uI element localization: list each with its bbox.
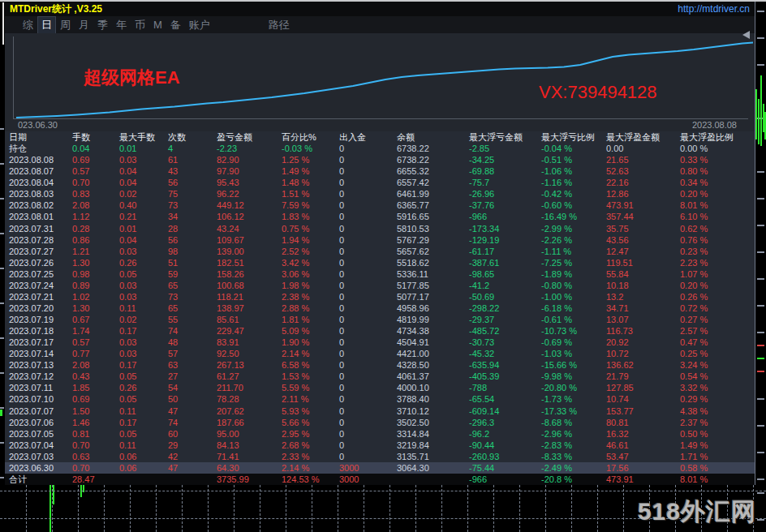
table-row[interactable]: 2023.08.011.120.2134106.121.83 %05916.65… — [5, 211, 755, 222]
menu-item[interactable]: 月 — [75, 17, 93, 33]
table-cell: 0.33 % — [680, 155, 747, 165]
table-row[interactable]: 2023.08.070.570.044397.901.49 %06655.32-… — [5, 165, 755, 177]
table-cell: 6365.77 — [397, 200, 469, 210]
table-cell: 0.06 — [119, 463, 168, 473]
table-cell: 0 — [339, 155, 397, 165]
table-cell: 0.27 % — [680, 315, 747, 324]
table-row[interactable]: 2023.08.030.830.027596.221.51 %06461.99-… — [5, 188, 755, 200]
table-cell: 0.17 — [119, 326, 168, 336]
table-row[interactable]: 2023.07.170.570.034883.911.90 %04504.91-… — [5, 337, 755, 348]
table-cell: 3.24 % — [680, 360, 747, 370]
grid-line — [467, 485, 468, 532]
table-cell: 0.70 — [72, 440, 119, 450]
table-cell: 2023.07.21 — [9, 292, 72, 302]
table-row[interactable]: 2023.07.211.020.0373118.212.38 %05077.17… — [5, 291, 755, 302]
table-cell: 2023.07.27 — [9, 247, 72, 256]
menu-item[interactable]: 季 — [94, 17, 111, 33]
scale-tick — [757, 37, 764, 39]
table-cell: 1.25 % — [282, 155, 339, 165]
table-header-row: 日期手数最大手数次数盈亏金额百分比%出入金余额最大浮亏金额最大浮亏比例最大浮盈金… — [5, 131, 755, 143]
table-cell: 0 — [339, 326, 397, 336]
table-cell: 2023.06.30 — [9, 463, 72, 473]
table-cell: 5336.11 — [397, 269, 469, 279]
menu-item[interactable]: 备 — [167, 17, 184, 33]
table-cell: 2023.08.03 — [9, 189, 72, 199]
table-cell: 0.69 — [72, 155, 119, 165]
table-row[interactable]: 2023.07.271.210.0398139.002.52 %05657.62… — [5, 246, 755, 257]
menu-item[interactable]: 账户 — [186, 17, 213, 33]
table-row[interactable]: 2023.07.100.690.055078.282.11 %03788.40-… — [5, 393, 755, 405]
table-row[interactable]: 合计28.473735.99124.53 %3000-966-20.8 %473… — [5, 474, 755, 485]
scale-tick — [0, 477, 4, 478]
table-cell: 0.23 % — [680, 247, 747, 256]
table-cell: 2023.07.04 — [9, 440, 72, 450]
vendor-url-link[interactable]: http://mtdriver.cn — [678, 3, 750, 15]
table-row[interactable]: 2023.07.201.300.1165138.972.88 %04958.96… — [5, 302, 755, 314]
table-cell: 4.38 % — [680, 406, 747, 416]
table-cell: 0.54 % — [680, 371, 747, 381]
menu-item[interactable]: 路径 — [265, 17, 293, 33]
table-row[interactable]: 2023.07.071.500.1147207.625.93 %03710.12… — [5, 405, 755, 417]
menu-item[interactable]: 币 — [131, 17, 148, 33]
column-header: 最大浮盈比例 — [680, 132, 747, 142]
table-cell: 83.91 — [217, 337, 282, 347]
table-cell: -29.37 — [469, 315, 541, 324]
table-row[interactable]: 2023.07.140.770.035792.502.14 %04421.00-… — [5, 348, 755, 359]
table-row[interactable]: 2023.07.132.080.1763267.136.58 %04328.50… — [5, 359, 755, 371]
table-row[interactable]: 2023.07.120.430.052761.271.53 %04061.37-… — [5, 371, 755, 382]
grid-line — [493, 485, 494, 532]
scale-tick — [757, 11, 764, 12]
menu-item[interactable]: M — [150, 18, 166, 32]
menu-item[interactable]: 周 — [57, 17, 74, 33]
table-row[interactable]: 2023.07.240.890.0365100.681.98 %05177.85… — [5, 280, 755, 291]
table-cell: -75.7 — [469, 178, 541, 187]
table-cell: 1.51 % — [282, 189, 339, 199]
table-cell: 82.90 — [217, 155, 282, 165]
table-row[interactable]: 2023.07.280.860.0456109.671.94 %05767.29… — [5, 234, 755, 246]
table-row[interactable]: 2023.06.300.700.064764.302.14 %30003064.… — [5, 462, 755, 474]
table-row[interactable]: 2023.08.040.700.045695.431.48 %06557.42-… — [5, 177, 755, 188]
table-cell: 95.43 — [217, 178, 282, 187]
grid-line — [364, 485, 364, 532]
table-row[interactable]: 2023.07.181.740.1774229.475.09 %04734.38… — [5, 325, 755, 337]
table-cell: 17.56 — [606, 463, 680, 473]
table-cell: 2023.08.02 — [9, 200, 72, 210]
table-row[interactable]: 2023.07.261.300.2651182.513.42 %05518.62… — [5, 257, 755, 268]
table-cell: 75 — [168, 189, 217, 199]
scale-tick — [757, 452, 764, 453]
table-cell: -387.61 — [469, 258, 541, 268]
chart-annotation-ea-name: 超级网格EA — [84, 66, 180, 90]
title-bar: MTDriver统计 ,V3.25 http://mtdriver.cn — [5, 2, 755, 16]
menu-item[interactable]: 年 — [113, 17, 130, 33]
table-cell: -2.26 % — [541, 235, 606, 245]
table-cell: 34.71 — [606, 303, 680, 313]
table-row[interactable]: 2023.07.310.280.012843.240.75 %05810.53-… — [5, 223, 755, 234]
table-cell: 56 — [168, 178, 217, 187]
table-cell: 47 — [168, 406, 217, 416]
table-row[interactable]: 2023.07.250.980.0559158.263.06 %05336.11… — [5, 268, 755, 280]
table-cell: 2.38 % — [282, 292, 339, 302]
column-header: 余额 — [397, 132, 469, 142]
table-row[interactable]: 2023.08.022.080.4073449.127.59 %06365.77… — [5, 200, 755, 211]
table-cell: 0.77 — [72, 349, 119, 358]
table-row[interactable]: 2023.07.111.850.2654211.705.59 %04000.10… — [5, 382, 755, 393]
table-cell: 2.57 % — [680, 326, 747, 336]
menu-item[interactable]: 综 — [19, 17, 37, 33]
table-row[interactable]: 2023.08.080.690.036182.901.25 %06738.22-… — [5, 154, 755, 165]
table-cell: 0.21 — [119, 212, 168, 221]
menu-item[interactable]: 日 — [38, 17, 55, 33]
table-row[interactable]: 2023.07.030.630.064271.412.33 %03135.71-… — [5, 451, 755, 462]
table-row[interactable]: 持仓0.040.014-2.23-0.03 %06738.22-2.85-0.0… — [5, 143, 755, 154]
table-cell: 5916.65 — [397, 212, 469, 221]
table-cell: 0 — [339, 292, 397, 302]
table-row[interactable]: 2023.07.190.670.025585.611.81 %04819.99-… — [5, 314, 755, 325]
table-row[interactable]: 2023.07.050.810.056095.002.95 %03314.84-… — [5, 428, 755, 440]
table-cell: 2023.07.17 — [9, 337, 72, 347]
table-cell: 4 — [168, 144, 217, 153]
table-row[interactable]: 2023.07.061.460.1774187.665.66 %03502.50… — [5, 417, 755, 428]
table-row[interactable]: 2023.07.040.700.112984.132.68 %03219.84-… — [5, 440, 755, 451]
table-cell: 106.12 — [217, 212, 282, 221]
table-cell: 3.42 % — [282, 258, 339, 268]
table-cell: -296.3 — [469, 418, 541, 427]
table-cell: 118.21 — [217, 292, 282, 302]
